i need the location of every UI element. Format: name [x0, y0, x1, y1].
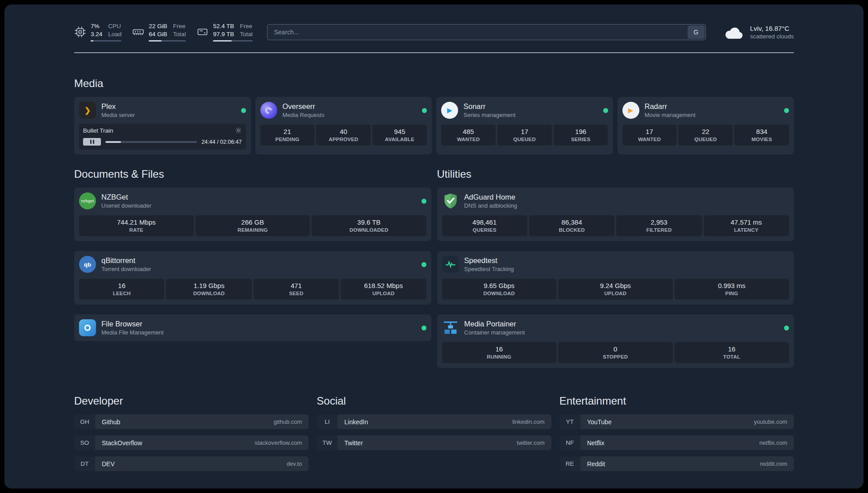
bookmark-name: Twitter: [344, 439, 363, 447]
stat-pending: 21PENDING: [260, 125, 315, 146]
service-description: DNS and adblocking: [464, 202, 517, 209]
bookmarks-section: Developer GH Githubgithub.com SO StackOv…: [74, 395, 794, 489]
stat-total: 16TOTAL: [675, 342, 789, 363]
memory-free-value: 22 GiB: [149, 22, 167, 30]
bookmark-domain: linkedin.com: [512, 418, 544, 425]
stat-ping: 0.993 msPING: [675, 279, 789, 300]
stat-upload: 618.52 MbpsUPLOAD: [341, 279, 426, 300]
bookmark-name: DEV: [102, 460, 115, 468]
bookmark-group-developer: Developer GH Githubgithub.com SO StackOv…: [74, 395, 309, 471]
overseerr-icon: [260, 102, 277, 119]
service-card-speedtest[interactable]: Speedtest Speedtest Tracking 9.65 GbpsDO…: [437, 251, 794, 305]
search-provider-button[interactable]: G: [688, 25, 705, 39]
service-name: qBittorrent: [101, 256, 151, 265]
disk-total-value: 97.9 TB: [213, 30, 234, 38]
stats-row: 16LEECH 1.19 GbpsDOWNLOAD 471SEED 618.52…: [79, 279, 426, 300]
memory-progress-bar: [149, 40, 186, 42]
service-card-qbittorrent[interactable]: qb qBittorrent Torrent downloader 16LEEC…: [74, 251, 431, 305]
section-title-entertainment: Entertainment: [559, 395, 794, 407]
now-playing-title: Bullet Train: [83, 127, 113, 134]
stat-running: 16RUNNING: [442, 342, 557, 363]
stat-queued: 22QUEUED: [678, 125, 733, 146]
service-name: Plex: [101, 102, 135, 111]
service-name: Speedtest: [464, 256, 514, 265]
stat-movies: 834MOVIES: [734, 125, 789, 146]
stat-latency: 47.571 msLATENCY: [704, 215, 789, 236]
radarr-icon: ▶: [622, 102, 639, 119]
adguard-icon: [442, 192, 459, 209]
bookmark-twitter[interactable]: TW Twittertwitter.com: [317, 435, 551, 450]
bookmark-netflix[interactable]: NF Netflixnetflix.com: [559, 435, 794, 450]
stats-row: 498,461QUERIES 86,384BLOCKED 2,953FILTER…: [442, 215, 789, 236]
pause-button[interactable]: [83, 138, 101, 146]
bookmark-name: Github: [102, 418, 120, 426]
bookmark-domain: youtube.com: [754, 418, 787, 425]
service-name: Sonarr: [463, 102, 515, 111]
filebrowser-icon: [79, 319, 96, 336]
service-card-radarr[interactable]: ▶ Radarr Movie management 17WANTED 22QUE…: [618, 97, 794, 155]
status-dot: [421, 199, 426, 204]
bookmark-domain: reddit.com: [760, 460, 787, 467]
stat-leech: 16LEECH: [79, 279, 164, 300]
bookmark-abbr: SO: [74, 435, 95, 450]
now-playing-widget: Bullet Train 24:44 / 02:06:47: [79, 124, 246, 150]
section-documents: Documents & Files nzbget NZBGet Usenet d…: [74, 168, 431, 368]
stat-available: 945AVAILABLE: [372, 125, 427, 146]
bookmark-linkedin[interactable]: LI LinkedInlinkedin.com: [317, 414, 551, 429]
service-card-overseerr[interactable]: Overseerr Media Requests 21PENDING 40APP…: [255, 97, 432, 155]
bookmark-github[interactable]: GH Githubgithub.com: [74, 414, 309, 429]
stats-row: 485WANTED 17QUEUED 196SERIES: [441, 125, 608, 146]
bookmark-stackoverflow[interactable]: SO StackOverflowstackoverflow.com: [74, 435, 309, 450]
service-card-nzbget[interactable]: nzbget NZBGet Usenet downloader 744.21 M…: [74, 188, 431, 241]
speedtest-icon: [442, 256, 459, 273]
stat-wanted: 485WANTED: [441, 125, 496, 146]
stat-queries: 498,461QUERIES: [442, 215, 527, 236]
dashboard: 7% 3.24 CPU Load: [4, 4, 864, 489]
stat-blocked: 86,384BLOCKED: [529, 215, 614, 236]
section-title-documents: Documents & Files: [74, 168, 431, 180]
bookmark-domain: stackoverflow.com: [255, 439, 302, 446]
stat-series: 196SERIES: [554, 125, 608, 146]
bookmark-reddit[interactable]: RE Redditreddit.com: [559, 456, 794, 471]
service-card-filebrowser[interactable]: File Browser Media File Management: [74, 314, 431, 341]
stat-stopped: 0STOPPED: [558, 342, 673, 363]
service-name: AdGuard Home: [464, 193, 517, 201]
memory-total-label: Total: [173, 30, 186, 38]
service-description: Media File Management: [101, 329, 163, 336]
service-name: Media Portainer: [464, 320, 525, 328]
stats-row: 16RUNNING 0STOPPED 16TOTAL: [442, 342, 789, 363]
bookmark-abbr: GH: [74, 414, 95, 429]
bookmark-name: YouTube: [587, 418, 612, 426]
playback-progress-bar[interactable]: [105, 141, 197, 143]
service-description: Media server: [101, 112, 135, 118]
stat-rate: 744.21 MbpsRATE: [79, 215, 194, 236]
bookmark-group-social: Social LI LinkedInlinkedin.com TW Twitte…: [317, 395, 551, 471]
status-dot: [784, 326, 789, 330]
bookmark-youtube[interactable]: YT YouTubeyoutube.com: [559, 414, 794, 429]
gear-icon[interactable]: [235, 127, 242, 134]
search-bar: G: [267, 24, 706, 40]
search-input[interactable]: [267, 24, 706, 40]
bookmark-dev[interactable]: DT DEVdev.to: [74, 456, 309, 471]
service-card-adguard[interactable]: AdGuard Home DNS and adblocking 498,461Q…: [437, 188, 794, 241]
stat-downloaded: 39.6 TBDOWNLOADED: [312, 215, 426, 236]
portainer-icon: [442, 319, 459, 336]
bookmark-domain: github.com: [274, 418, 302, 425]
service-card-portainer[interactable]: Media Portainer Container management 16R…: [437, 314, 794, 368]
service-card-plex[interactable]: ❯ Plex Media server Bullet Train: [74, 97, 251, 155]
playback-time: 24:44 / 02:06:47: [201, 139, 242, 145]
stat-upload: 9.24 GbpsUPLOAD: [558, 279, 673, 300]
disk-free-value: 52.4 TB: [213, 22, 234, 30]
bookmark-domain: dev.to: [287, 460, 302, 467]
service-card-sonarr[interactable]: ▶ Sonarr Series management 485WANTED 17Q…: [436, 97, 613, 155]
stats-row: 21PENDING 40APPROVED 945AVAILABLE: [260, 125, 427, 146]
top-bar: 7% 3.24 CPU Load: [74, 22, 794, 42]
stat-seed: 471SEED: [254, 279, 339, 300]
service-name: Overseerr: [283, 102, 325, 111]
bookmark-domain: twitter.com: [517, 439, 545, 446]
bookmark-name: StackOverflow: [102, 439, 142, 447]
stat-queued: 17QUEUED: [497, 125, 552, 146]
status-dot: [421, 326, 426, 330]
service-description: Torrent downloader: [101, 266, 151, 272]
weather-condition: scattered clouds: [750, 33, 794, 40]
